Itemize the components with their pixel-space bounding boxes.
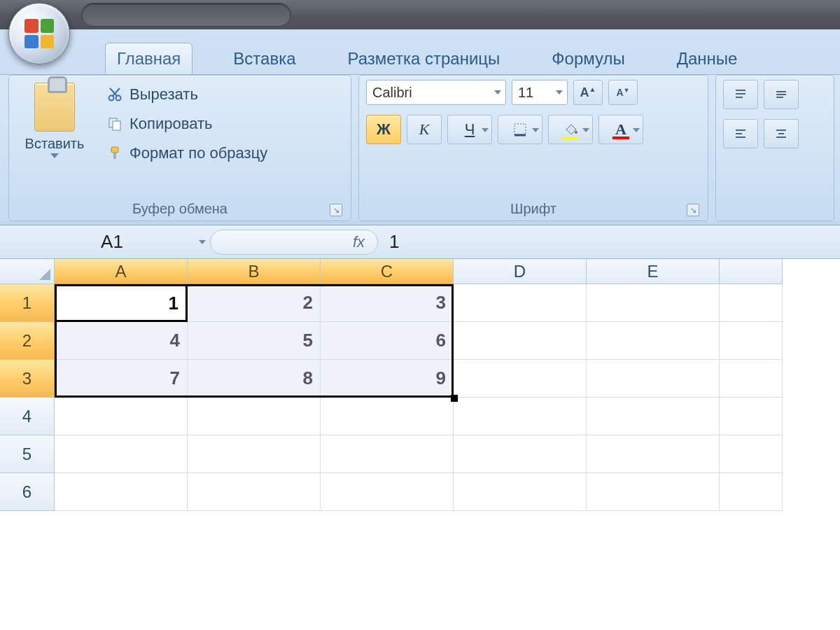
- cell[interactable]: [587, 360, 720, 398]
- fill-color-dropdown-icon: [582, 128, 589, 132]
- font-size-combo[interactable]: 11: [512, 80, 568, 105]
- bold-button[interactable]: Ж: [366, 115, 401, 144]
- cell[interactable]: [454, 473, 587, 511]
- column-header-C[interactable]: C: [321, 259, 454, 284]
- cell[interactable]: [321, 435, 454, 473]
- cell[interactable]: [720, 435, 783, 473]
- select-all-button[interactable]: [0, 259, 55, 284]
- group-alignment: [715, 75, 834, 221]
- format-painter-button[interactable]: Формат по образцу: [103, 143, 272, 164]
- cell[interactable]: 7: [55, 360, 188, 398]
- cell[interactable]: [454, 435, 587, 473]
- cell[interactable]: 3: [321, 284, 454, 322]
- cell[interactable]: [587, 435, 720, 473]
- tab-insert[interactable]: Вставка: [222, 43, 307, 74]
- align-middle-button[interactable]: [764, 80, 799, 109]
- row-header-1[interactable]: 1: [0, 284, 55, 322]
- fill-handle[interactable]: [451, 395, 458, 402]
- row-header-3[interactable]: 3: [0, 360, 55, 398]
- cell[interactable]: 4: [55, 322, 188, 360]
- row-header-2[interactable]: 2: [0, 322, 55, 360]
- cell[interactable]: [55, 435, 188, 473]
- cell[interactable]: [720, 473, 783, 511]
- insert-function-button[interactable]: fx: [210, 230, 378, 255]
- column-header-A[interactable]: A: [55, 259, 188, 284]
- cut-button[interactable]: Вырезать: [103, 84, 272, 105]
- brush-icon: [107, 146, 122, 161]
- align-top-icon: [733, 88, 748, 102]
- font-color-button[interactable]: A: [598, 115, 643, 144]
- cell[interactable]: [454, 360, 587, 398]
- underline-button[interactable]: Ч: [447, 115, 492, 144]
- ribbon-tabs: Главная Вставка Разметка страницы Формул…: [0, 39, 840, 74]
- cell[interactable]: [587, 284, 720, 322]
- row-header-5[interactable]: 5: [0, 435, 55, 473]
- cell[interactable]: 5: [188, 322, 321, 360]
- tab-formulas[interactable]: Формулы: [540, 43, 636, 74]
- clipboard-launcher-button[interactable]: ↘: [330, 204, 342, 216]
- grow-font-button[interactable]: A▲: [573, 80, 603, 105]
- office-button[interactable]: [8, 3, 70, 64]
- cell[interactable]: [454, 284, 587, 322]
- cell[interactable]: [720, 398, 783, 435]
- italic-button[interactable]: К: [407, 115, 442, 144]
- bucket-icon: [563, 122, 578, 137]
- row-header-6[interactable]: 6: [0, 473, 55, 511]
- column-header-F[interactable]: [720, 259, 783, 284]
- cell[interactable]: [188, 435, 321, 473]
- ribbon-groups: Вставить Вырезать Копировать Формат по о…: [0, 74, 840, 221]
- tab-layout[interactable]: Разметка страницы: [337, 43, 512, 74]
- ribbon: Главная Вставка Разметка страницы Формул…: [0, 29, 840, 225]
- cell[interactable]: [454, 322, 587, 360]
- fill-color-swatch: [562, 136, 579, 139]
- cell[interactable]: [720, 284, 783, 322]
- scissors-icon: [107, 87, 122, 102]
- shrink-font-icon: A▼: [616, 87, 629, 98]
- copy-button[interactable]: Копировать: [103, 113, 272, 134]
- cell[interactable]: [188, 473, 321, 511]
- tab-data[interactable]: Данные: [666, 43, 749, 74]
- cell[interactable]: 6: [321, 322, 454, 360]
- cell[interactable]: [321, 473, 454, 511]
- align-left-button[interactable]: [723, 119, 758, 148]
- cell[interactable]: [587, 398, 720, 435]
- group-font-label: Шрифт: [510, 201, 556, 217]
- align-top-button[interactable]: [723, 80, 758, 109]
- paste-button[interactable]: Вставить: [16, 80, 93, 198]
- cell[interactable]: [587, 473, 720, 511]
- formula-input[interactable]: 1: [389, 231, 399, 253]
- cell[interactable]: [55, 473, 188, 511]
- cell[interactable]: [720, 360, 783, 398]
- row-header-4[interactable]: 4: [0, 398, 55, 435]
- font-launcher-button[interactable]: ↘: [687, 204, 699, 216]
- group-font: Calibri 11 A▲ A▼ Ж К: [358, 75, 708, 221]
- borders-button[interactable]: [498, 115, 542, 144]
- shrink-font-button[interactable]: A▼: [608, 80, 638, 105]
- cell[interactable]: [55, 398, 188, 435]
- cell[interactable]: 9: [321, 360, 454, 398]
- underline-dropdown-icon: [482, 128, 489, 132]
- formula-bar: A1 fx 1: [0, 225, 840, 259]
- font-color-swatch: [612, 136, 629, 139]
- paste-dropdown-icon: [50, 153, 59, 158]
- column-header-D[interactable]: D: [454, 259, 587, 284]
- cell[interactable]: [587, 322, 720, 360]
- column-headers: A B C D E: [0, 259, 840, 284]
- fill-color-button[interactable]: [548, 115, 593, 144]
- name-box[interactable]: A1: [21, 228, 203, 256]
- column-header-B[interactable]: B: [188, 259, 321, 284]
- align-center-button[interactable]: [764, 119, 799, 148]
- cell[interactable]: [454, 398, 587, 435]
- cell[interactable]: [188, 398, 321, 435]
- name-box-value: A1: [101, 231, 123, 253]
- cell[interactable]: [720, 322, 783, 360]
- column-header-E[interactable]: E: [587, 259, 720, 284]
- cell[interactable]: 2: [188, 284, 321, 322]
- svg-rect-9: [514, 124, 526, 135]
- cell[interactable]: 1: [55, 284, 188, 322]
- copy-label: Копировать: [130, 115, 212, 133]
- cell[interactable]: 8: [188, 360, 321, 398]
- font-name-combo[interactable]: Calibri: [366, 80, 506, 105]
- tab-home[interactable]: Главная: [105, 43, 192, 74]
- cell[interactable]: [321, 398, 454, 435]
